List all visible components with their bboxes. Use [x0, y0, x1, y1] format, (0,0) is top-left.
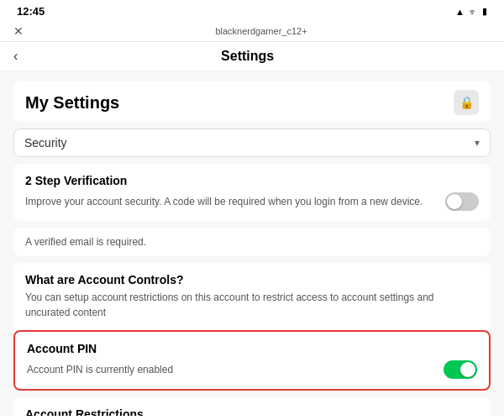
wifi-icon: ᯤ — [469, 7, 478, 17]
chevron-down-icon: ▾ — [475, 137, 480, 149]
security-dropdown[interactable]: Security ▾ — [13, 129, 491, 157]
page-title: Settings — [26, 49, 469, 64]
status-time: 12:45 — [17, 5, 45, 18]
account-pin-toggle[interactable] — [444, 360, 477, 379]
browser-url: blacknerdgamer_c12+ — [32, 26, 491, 36]
two-step-description: Improve your account security. A code wi… — [25, 194, 423, 209]
main-content: My Settings 🔒 Security ▾ 2 Step Verifica… — [0, 71, 504, 416]
my-settings-title: My Settings — [25, 93, 119, 113]
two-step-toggle[interactable] — [445, 192, 479, 211]
app-header: ‹ Settings — [0, 42, 504, 71]
battery-icon: ▮ — [482, 6, 487, 17]
account-pin-title: Account PIN — [27, 342, 477, 355]
dropdown-label: Security — [24, 136, 67, 150]
toggle-knob — [447, 194, 462, 209]
lock-icon[interactable]: 🔒 — [454, 90, 479, 115]
account-pin-description: Account PIN is currently enabled — [27, 364, 435, 375]
my-settings-header: My Settings 🔒 — [13, 81, 491, 122]
back-button[interactable]: ‹ — [13, 49, 18, 64]
account-controls-title: What are Account Controls? — [25, 273, 479, 286]
browser-bar: ✕ blacknerdgamer_c12+ — [0, 21, 504, 42]
account-restrictions-title: Account Restrictions — [25, 407, 479, 416]
lock-symbol: 🔒 — [459, 96, 474, 109]
account-controls-section: What are Account Controls? You can setup… — [13, 263, 491, 330]
status-icons: ▲ ᯤ ▮ — [455, 6, 487, 17]
two-step-toggle-row: Improve your account security. A code wi… — [25, 192, 479, 211]
account-controls-description: You can setup account restrictions on th… — [25, 290, 479, 320]
verified-email-note: A verified email is required. — [13, 228, 491, 256]
account-restrictions-section: Account Restrictions Account Restriction… — [13, 397, 491, 416]
two-step-section: 2 Step Verification Improve your account… — [13, 164, 491, 221]
browser-close-button[interactable]: ✕ — [13, 24, 24, 38]
status-bar: 12:45 ▲ ᯤ ▮ — [0, 0, 504, 21]
verified-email-text: A verified email is required. — [25, 236, 146, 248]
two-step-title: 2 Step Verification — [25, 174, 479, 187]
account-pin-toggle-row: Account PIN is currently enabled — [27, 360, 477, 379]
account-pin-section: Account PIN Account PIN is currently ena… — [13, 330, 491, 391]
signal-icon: ▲ — [455, 7, 465, 17]
toggle-knob — [460, 362, 475, 377]
